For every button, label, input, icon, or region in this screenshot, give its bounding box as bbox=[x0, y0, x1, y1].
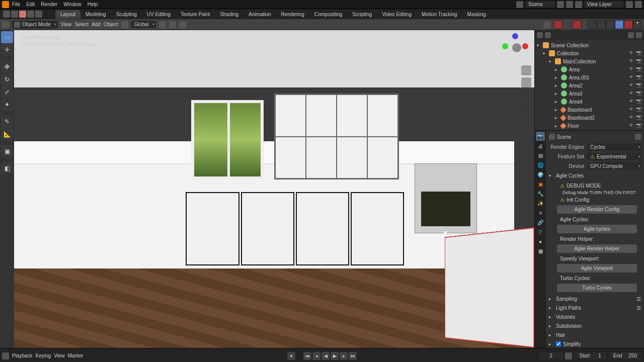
visibility-toggle[interactable]: 👁 bbox=[629, 115, 635, 121]
outliner-root[interactable]: ▾ Scene Collection bbox=[535, 41, 644, 49]
outliner-item[interactable]: ▾MainCollection👁📷 bbox=[535, 57, 644, 65]
timeline-menu-playback[interactable]: Playback bbox=[12, 353, 33, 358]
pin-icon[interactable] bbox=[549, 134, 555, 140]
delete-scene-icon[interactable] bbox=[566, 1, 573, 8]
outliner-filter-icon[interactable] bbox=[545, 32, 551, 38]
visibility-toggle[interactable]: 👁 bbox=[629, 50, 635, 56]
prop-tab-output[interactable]: 🖨 bbox=[536, 141, 545, 150]
pan-icon[interactable] bbox=[521, 77, 531, 87]
camera-icon[interactable] bbox=[521, 89, 531, 100]
snap4-icon[interactable] bbox=[35, 11, 42, 18]
scene-selector[interactable]: Scene bbox=[525, 1, 554, 8]
workspace-tab-motion-tracking[interactable]: Motion Tracking bbox=[417, 10, 462, 19]
tool-extra[interactable]: ◧ bbox=[1, 162, 13, 174]
outliner-item[interactable]: ▸Floor👁📷 bbox=[535, 122, 644, 130]
workspace-tab-rendering[interactable]: Rendering bbox=[276, 10, 309, 19]
xray-toggle[interactable] bbox=[573, 20, 582, 29]
perspective-icon[interactable] bbox=[521, 102, 531, 112]
prop-tab-data[interactable]: ▽ bbox=[536, 227, 545, 236]
header-menu-add[interactable]: Add bbox=[92, 22, 101, 27]
tool-measure[interactable]: 📐 bbox=[1, 128, 13, 140]
workspace-tab-animation[interactable]: Animation bbox=[244, 10, 276, 19]
visibility-toggle[interactable]: 👁 bbox=[629, 82, 635, 88]
autokey-icon[interactable]: ● bbox=[287, 352, 295, 360]
shading-solid[interactable] bbox=[597, 20, 606, 29]
viewport-3d[interactable]: User Perspective (2) Collection | SM_Kit… bbox=[14, 30, 534, 348]
orientation-icon[interactable] bbox=[121, 21, 128, 28]
tool-rotate[interactable]: ↻ bbox=[1, 73, 13, 85]
outliner-item[interactable]: ▸Area4👁📷 bbox=[535, 98, 644, 106]
render-toggle[interactable]: 📷 bbox=[636, 115, 642, 121]
workspace-tab-texture-paint[interactable]: Texture Paint bbox=[176, 10, 215, 19]
tool-transform[interactable]: ✦ bbox=[1, 99, 13, 111]
gizmo-z-axis[interactable] bbox=[512, 33, 518, 39]
panel-render-helper[interactable]: Render Helper: bbox=[554, 234, 640, 243]
agile-viewport-button[interactable]: Agile Viewport bbox=[557, 264, 637, 273]
visibility-toggle[interactable]: 👁 bbox=[629, 66, 635, 72]
render-toggle[interactable]: 📷 bbox=[636, 58, 642, 64]
pivot-icon[interactable] bbox=[159, 21, 166, 28]
device-dropdown[interactable]: GPU Compute bbox=[587, 162, 642, 170]
workspace-tab-modeling[interactable]: Modeling bbox=[80, 10, 111, 19]
render-toggle[interactable]: 📷 bbox=[636, 123, 642, 129]
menu-help[interactable]: Help bbox=[85, 2, 101, 7]
workspace-tab-video-editing[interactable]: Video Editing bbox=[377, 10, 417, 19]
current-frame-field[interactable]: 2 bbox=[539, 352, 563, 359]
workspace-tab-scripting[interactable]: Scripting bbox=[347, 10, 377, 19]
outliner-item[interactable]: ▸Area👁📷 bbox=[535, 65, 644, 73]
panel-sampling[interactable]: ▸Sampling☰ bbox=[548, 294, 642, 303]
prop-tab-material[interactable]: ● bbox=[536, 237, 545, 246]
editor-selector-icon[interactable] bbox=[2, 21, 9, 28]
visibility-toggle[interactable]: 👁 bbox=[629, 99, 635, 105]
snap3-icon[interactable] bbox=[27, 11, 34, 18]
preset-icon[interactable]: ☰ bbox=[636, 296, 641, 302]
workspace-tab-masking[interactable]: Masking bbox=[462, 10, 491, 19]
visibility-toggle[interactable]: 👁 bbox=[629, 123, 635, 129]
workspace-tab-shading[interactable]: Shading bbox=[215, 10, 244, 19]
viewlayer-selector[interactable]: View Layer bbox=[584, 1, 624, 8]
gizmo-y-axis[interactable] bbox=[502, 43, 508, 49]
visibility-toggle[interactable]: 👁 bbox=[629, 90, 635, 97]
play-reverse-button[interactable]: ◀ bbox=[321, 352, 330, 360]
prop-tab-world[interactable]: 🌍 bbox=[536, 170, 545, 179]
preset-icon[interactable]: ☰ bbox=[636, 305, 641, 311]
panel-init-config[interactable]: ⚠ Init Config bbox=[554, 195, 640, 204]
outliner-new-icon[interactable] bbox=[636, 32, 642, 38]
agile-render-helper-button[interactable]: Agile Render Helper bbox=[557, 244, 637, 253]
header-menu-view[interactable]: View bbox=[61, 22, 72, 27]
outliner-item[interactable]: ▸Area2👁📷 bbox=[535, 81, 644, 89]
new-scene-icon[interactable] bbox=[557, 1, 564, 8]
prop-tab-scene[interactable]: 🌐 bbox=[536, 160, 545, 169]
prop-tab-texture[interactable]: ▦ bbox=[536, 246, 545, 255]
shading-wireframe[interactable] bbox=[588, 20, 597, 29]
menu-render[interactable]: Render bbox=[38, 2, 60, 7]
render-toggle[interactable]: 📷 bbox=[636, 99, 642, 105]
outliner-item[interactable]: ▸Baseboard2👁📷 bbox=[535, 114, 644, 122]
new-viewlayer-icon[interactable] bbox=[626, 1, 633, 8]
snap2-icon[interactable] bbox=[19, 11, 26, 18]
prop-tab-viewlayer[interactable]: ▤ bbox=[536, 151, 545, 160]
gizmo-icon[interactable] bbox=[543, 21, 550, 28]
navigation-gizmo[interactable] bbox=[504, 35, 529, 60]
render-toggle[interactable]: 📷 bbox=[636, 74, 642, 80]
panel-light-paths[interactable]: ▸Light Paths☰ bbox=[548, 303, 642, 312]
render-toggle[interactable]: 📷 bbox=[636, 107, 642, 113]
prop-tab-object[interactable]: ▣ bbox=[536, 179, 545, 189]
end-frame-field[interactable]: End 250 bbox=[608, 352, 642, 359]
feature-set-dropdown[interactable]: ⚠ Experimental bbox=[587, 153, 642, 160]
visibility-toggle[interactable]: 👁 bbox=[629, 74, 635, 80]
visibility-toggle[interactable]: 👁 bbox=[629, 58, 635, 64]
preview-range-icon[interactable] bbox=[565, 352, 572, 359]
tool-move[interactable]: ✥ bbox=[1, 61, 13, 73]
render-toggle[interactable]: 📷 bbox=[636, 90, 642, 97]
start-frame-field[interactable]: Start 1 bbox=[574, 352, 606, 359]
keyframe-next-button[interactable]: ▸ bbox=[340, 352, 348, 360]
panel-agile-cycles2[interactable]: Agile Cycles: bbox=[554, 215, 640, 224]
jump-start-button[interactable]: ⏮ bbox=[303, 352, 311, 360]
outliner-item[interactable]: ▸Area3👁📷 bbox=[535, 89, 644, 98]
shading-dropdown[interactable]: ▾ bbox=[633, 20, 642, 29]
gizmo-x-axis[interactable] bbox=[522, 43, 528, 49]
timeline-menu-marker[interactable]: Marker bbox=[68, 353, 84, 358]
tool-select-box[interactable]: ▭ bbox=[1, 31, 13, 43]
timeline-editor-icon[interactable] bbox=[2, 352, 9, 359]
